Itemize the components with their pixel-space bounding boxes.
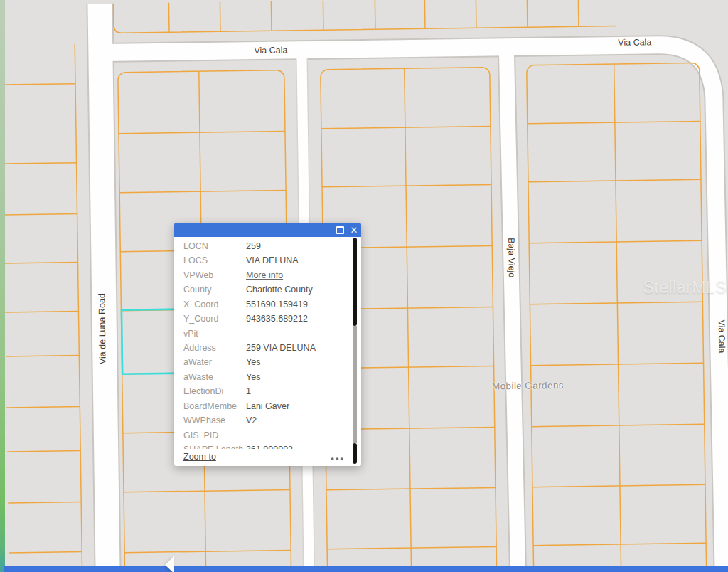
attribute-row: County Charlotte County — [174, 282, 361, 297]
field-label: WWPhase — [183, 415, 246, 425]
parcel-map-graphics — [0, 0, 728, 572]
vegetation-strip — [0, 0, 5, 572]
road-label-via-de-luna-road: Via de Luna Road — [97, 293, 107, 364]
attribute-row: aWaste Yes — [174, 370, 361, 384]
field-value: 1 — [246, 386, 251, 396]
maximize-icon — [336, 226, 344, 234]
stellar-mls-watermark: StellarMLS — [643, 278, 727, 297]
close-button[interactable]: ✕ — [347, 223, 361, 237]
attribute-row: aWater Yes — [174, 355, 361, 369]
road-label-via-cala-top-left: Via Cala — [254, 45, 287, 55]
field-label: VPWeb — [183, 270, 246, 280]
popup-scrollbar[interactable] — [353, 238, 357, 464]
road-label-via-cala-right: Via Cala — [717, 319, 727, 353]
road-label-baja-viejo: Baja Viejo — [506, 238, 517, 277]
attribute-row: LOCS VIA DELUNA — [174, 253, 361, 268]
field-value: V2 — [246, 415, 257, 425]
attribute-row: WWPhase V2 — [174, 413, 361, 428]
field-label: BoardMembe — [183, 401, 246, 411]
more-options-button[interactable]: ••• — [331, 453, 345, 464]
more-info-link[interactable]: More info — [246, 270, 283, 280]
popup-titlebar[interactable]: ✕ — [174, 223, 361, 237]
field-label: ElectionDi — [183, 386, 246, 396]
attribute-row: X_Coord 551690.159419 — [174, 297, 361, 312]
field-value: 943635.689212 — [246, 314, 308, 324]
field-label: Address — [183, 343, 246, 353]
field-value: 259 VIA DELUNA — [246, 343, 316, 353]
road-via-de-luna — [100, 0, 108, 572]
place-label-mobile-gardens: Mobile Gardens — [492, 380, 564, 391]
attribute-row: GIS_PID — [174, 428, 361, 442]
maximize-button[interactable] — [333, 223, 347, 237]
zoom-to-link[interactable]: Zoom to — [183, 452, 216, 462]
field-label: GIS_PID — [183, 430, 246, 440]
field-value: Lani Gaver — [246, 401, 289, 411]
attribute-row: BoardMembe Lani Gaver — [174, 398, 361, 413]
scrollbar-thumb-bottom[interactable] — [353, 443, 357, 464]
field-value: VIA DELUNA — [246, 255, 299, 265]
close-icon: ✕ — [350, 226, 358, 235]
attribute-row: ElectionDi 1 — [174, 384, 361, 398]
attribute-row: Address 259 VIA DELUNA — [174, 341, 361, 355]
field-label: aWater — [183, 357, 246, 367]
map-application-window: Via Cala Via Cala Via de Luna Road Baja … — [0, 0, 728, 572]
bottom-accent-bar — [4, 566, 728, 572]
attribute-row: vPit — [174, 326, 361, 340]
attribute-row: SHAPE Length 361.999992 — [174, 443, 361, 449]
road-label-via-cala-top-right: Via Cala — [618, 37, 651, 48]
attribute-row: LOCN 259 — [174, 239, 361, 253]
field-value: 551690.159419 — [246, 300, 308, 309]
field-label: X_Coord — [183, 300, 246, 309]
field-label: LOCN — [183, 241, 246, 251]
field-value: Yes — [246, 372, 260, 382]
field-label: LOCS — [183, 255, 246, 265]
map-canvas[interactable]: Via Cala Via Cala Via de Luna Road Baja … — [0, 0, 728, 572]
scrollbar-track[interactable] — [353, 326, 357, 443]
field-value: 259 — [246, 241, 261, 251]
field-value: Charlotte County — [246, 285, 313, 295]
feature-info-popup: ✕ LOCB 84119 LOCN 259 LOCS — [174, 223, 361, 466]
popup-footer: Zoom to ••• — [174, 449, 361, 466]
field-label: County — [183, 285, 246, 295]
popup-pointer — [165, 556, 174, 572]
field-label: aWaste — [183, 372, 246, 382]
attribute-row: Y_Coord 943635.689212 — [174, 312, 361, 326]
scrollbar-thumb[interactable] — [353, 238, 357, 326]
field-label: Y_Coord — [183, 314, 246, 324]
field-label: vPit — [183, 329, 246, 339]
attribute-table[interactable]: LOCB 84119 LOCN 259 LOCS VIA DELUNA — [174, 237, 361, 449]
attribute-row: VPWeb More info — [174, 268, 361, 282]
field-value: Yes — [246, 357, 260, 367]
